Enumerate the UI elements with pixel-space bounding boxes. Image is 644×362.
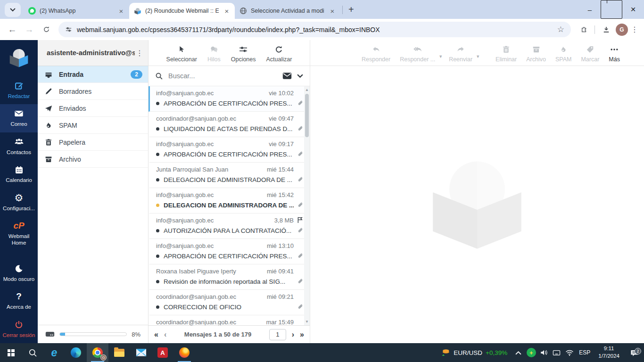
archive-button[interactable]: Archivo xyxy=(522,40,550,66)
reload-button[interactable] xyxy=(39,22,54,37)
mark-button[interactable]: Marcar xyxy=(577,40,603,66)
message-date: mié 15:44 xyxy=(267,166,294,173)
taskbar-edge[interactable] xyxy=(65,343,87,362)
threads-button[interactable]: Hilos xyxy=(203,40,225,66)
volume-button[interactable] xyxy=(537,349,550,356)
extensions-button[interactable] xyxy=(576,22,591,37)
tab-close-icon[interactable]: × xyxy=(328,7,337,15)
scrollbar-thumb[interactable] xyxy=(305,94,309,137)
list-scrollbar[interactable]: ▲ ▼ xyxy=(304,86,310,325)
sidebar-item-redactar[interactable]: Redactar xyxy=(0,76,38,104)
network-button[interactable] xyxy=(563,349,576,356)
archive-icon xyxy=(44,155,53,164)
folder-borradores[interactable]: Borradores xyxy=(38,83,148,100)
taskbar-firefox[interactable] xyxy=(173,343,195,362)
taskbar-acrobat[interactable]: A xyxy=(152,343,173,362)
account-menu-button[interactable]: ⋮ xyxy=(135,49,144,58)
message-row[interactable]: info@sanjuan.gob.ec vie 09:17 APROBACIÓN… xyxy=(149,137,310,163)
first-page-icon[interactable]: « xyxy=(154,330,158,339)
sidebar-item-cerrar-sesion[interactable]: Cerrar sesión xyxy=(0,315,38,343)
message-row[interactable]: Junta Parroquial San Juan mié 15:44 DELE… xyxy=(149,163,310,188)
profile-avatar[interactable]: G xyxy=(616,24,628,36)
message-row[interactable]: info@sanjuan.gob.ec mié 15:42 DELEGACION… xyxy=(149,188,310,214)
paperclip-icon xyxy=(297,304,304,311)
folder-papelera[interactable]: Papelera xyxy=(38,134,148,151)
page-number-input[interactable]: 1 xyxy=(269,329,286,340)
select-button[interactable]: Seleccionar xyxy=(162,40,201,66)
folder-archivo[interactable]: Archivo xyxy=(38,151,148,168)
sidebar-item-webmail-home[interactable]: cP Webmail Home xyxy=(0,216,38,251)
back-button[interactable]: ← xyxy=(5,22,20,37)
sidebar-item-configuracion[interactable]: ⚙ Configuraci... xyxy=(0,189,38,216)
search-options-chevron-icon[interactable] xyxy=(297,74,303,78)
message-row[interactable]: info@sanjuan.gob.ec vie 10:02 APROBACIÓN… xyxy=(149,86,310,112)
folder-entrada[interactable]: Entrada 2 xyxy=(38,66,148,83)
message-row[interactable]: info@sanjuan.gob.ec mié 13:10 APROBACIÓN… xyxy=(149,239,310,264)
message-row[interactable]: info@sanjuan.gob.ec 3,8 MB AUTORIZACIÓN … xyxy=(149,214,310,239)
sidebar-item-modo-oscuro[interactable]: Modo oscuro xyxy=(0,259,38,287)
taskbar-search-button[interactable] xyxy=(22,343,43,362)
tab-close-icon[interactable]: × xyxy=(223,7,231,15)
minimize-button[interactable]: – xyxy=(579,0,601,19)
reply-all-button[interactable]: Responder ... xyxy=(396,40,439,66)
reply-all-caret-icon[interactable]: ▼ xyxy=(438,54,443,59)
bookmark-star-icon[interactable]: ☆ xyxy=(557,25,564,34)
language-indicator[interactable]: ESP xyxy=(576,349,594,356)
taskbar-chrome[interactable]: G xyxy=(87,343,108,362)
message-row[interactable]: Roxana Isabel Piguave Iperty mié 09:41 R… xyxy=(149,264,310,290)
prev-page-icon[interactable]: ‹ xyxy=(164,330,166,339)
sidebar-item-label: Modo oscuro xyxy=(3,276,34,282)
sidebar-item-acerca-de[interactable]: ? Acerca de xyxy=(0,287,38,315)
tab-actividad[interactable]: Seleccione Actividad a modifica × xyxy=(235,3,340,19)
message-row[interactable]: coordinador@sanjuan.gob.ec vie 09:47 LIQ… xyxy=(149,112,310,137)
sidebar-item-contactos[interactable]: Contactos xyxy=(0,132,38,160)
forward-caret-icon[interactable]: ▼ xyxy=(476,54,480,59)
taskbar-explorer[interactable] xyxy=(108,343,130,362)
new-tab-button[interactable]: + xyxy=(348,4,354,15)
start-button[interactable] xyxy=(0,343,22,362)
tab-roundcube[interactable]: (2) Roundcube Webmail :: Entra × xyxy=(129,3,235,19)
message-sender: info@sanjuan.gob.ec xyxy=(156,242,263,249)
sidebar-item-correo[interactable]: Correo xyxy=(0,104,38,132)
scope-mail-icon[interactable] xyxy=(282,72,292,80)
folder-enviados[interactable]: Enviados xyxy=(38,100,148,117)
search-input[interactable] xyxy=(168,72,277,80)
forward-mail-button[interactable]: Reenviar xyxy=(445,40,477,66)
read-status-dot xyxy=(156,178,159,181)
site-info-icon[interactable] xyxy=(65,26,72,33)
downloads-button[interactable] xyxy=(599,22,614,37)
more-button[interactable]: Más xyxy=(604,40,624,66)
notification-center-button[interactable]: 2 xyxy=(624,349,644,357)
tab-whatsapp[interactable]: (2) WhatsApp × xyxy=(24,3,129,19)
message-row[interactable]: coordinador@sanjuan.gob.ec mié 09:21 COR… xyxy=(149,290,310,315)
tray-app-icon[interactable]: + xyxy=(525,348,537,357)
next-page-icon[interactable]: › xyxy=(292,330,294,339)
taskbar-mail[interactable] xyxy=(130,343,152,362)
touch-keyboard-button[interactable] xyxy=(550,349,563,356)
close-button[interactable]: × xyxy=(622,0,644,19)
message-row[interactable]: coordinador@sanjuan.gob.ec mar 15:49 xyxy=(149,315,310,325)
spam-button[interactable]: SPAM xyxy=(551,40,576,66)
scroll-down-icon[interactable]: ▼ xyxy=(304,320,310,324)
forward-button[interactable]: → xyxy=(22,22,37,37)
refresh-button[interactable]: Actualizar xyxy=(262,40,297,66)
folder-spam[interactable]: SPAM xyxy=(38,117,148,134)
taskbar-ie[interactable]: e xyxy=(43,343,65,362)
tray-chevron-up[interactable] xyxy=(512,351,525,355)
address-bar[interactable]: webmail.sanjuan.gob.ec/cpsess3645371171/… xyxy=(58,22,571,37)
restore-button[interactable] xyxy=(601,0,622,19)
browser-menu-button[interactable]: ⋮ xyxy=(630,25,639,34)
tab-close-icon[interactable]: × xyxy=(117,7,125,15)
sidebar-item-calendario[interactable]: Calendario xyxy=(0,160,38,188)
delete-button[interactable]: Eliminar xyxy=(491,40,521,66)
list-toolbar: Seleccionar Hilos Opciones Actualizar xyxy=(149,40,310,66)
reply-button[interactable]: Responder xyxy=(357,40,395,66)
button-label: Actualizar xyxy=(266,56,292,63)
options-button[interactable]: Opciones xyxy=(227,40,260,66)
last-page-icon[interactable]: » xyxy=(300,330,304,339)
taskbar-clock[interactable]: 9:11 1/7/2024 xyxy=(594,345,624,360)
scroll-up-icon[interactable]: ▲ xyxy=(304,88,310,92)
tab-search-button[interactable] xyxy=(5,3,21,17)
currency-ticker[interactable]: EUR/USD +0,39% xyxy=(436,348,512,357)
reload-icon xyxy=(42,25,50,33)
